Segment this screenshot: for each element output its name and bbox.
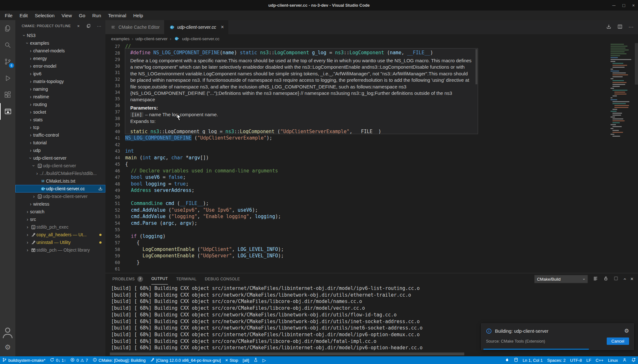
chevron-right-icon[interactable]: › (28, 140, 33, 145)
encoding[interactable]: UTF-8 (568, 356, 584, 364)
editor-more-actions-icon[interactable]: ··· (628, 24, 634, 30)
chevron-right-icon[interactable]: › (28, 110, 33, 115)
tree-item-22[interactable]: ›wireless (15, 200, 105, 208)
extensions-icon[interactable] (0, 87, 15, 103)
close-icon[interactable]: × (632, 3, 635, 8)
chevron-down-icon[interactable]: › (28, 155, 33, 161)
chevron-right-icon[interactable]: › (25, 240, 30, 245)
tree-item-1[interactable]: ›examples (15, 39, 105, 47)
tree-item-4[interactable]: ›error-model (15, 62, 105, 70)
panel-tab-output[interactable]: OUTPUT (151, 273, 168, 284)
flame-status[interactable] (503, 356, 512, 364)
tree-item-28[interactable]: ›stdlib_pch — Object library (15, 246, 105, 254)
tree-item-20[interactable]: ›C++udp-client-server.cc (15, 185, 105, 193)
chevron-right-icon[interactable]: › (28, 125, 33, 130)
tree-item-24[interactable]: ›src (15, 216, 105, 223)
notifications-bell[interactable] (629, 356, 638, 364)
breadcrumb-item-1[interactable]: udp-client-server (135, 36, 168, 41)
accounts-icon[interactable] (0, 326, 15, 340)
lock-scroll-icon[interactable] (603, 276, 608, 282)
tree-item-5[interactable]: ›ipv6 (15, 70, 105, 78)
tab-1[interactable]: C++udp-client-server.cc× (164, 20, 228, 34)
chevron-right-icon[interactable]: › (28, 56, 33, 61)
breadcrumb-item-2[interactable]: udp-client-server.cc (182, 36, 219, 41)
tree-item-25[interactable]: ›0110stdlib_pch_exec (15, 223, 105, 231)
maximize-icon[interactable]: □ (622, 3, 625, 8)
close-panel-icon[interactable]: × (77, 24, 80, 28)
chevron-right-icon[interactable]: › (25, 209, 30, 214)
chevron-right-icon[interactable]: › (28, 133, 33, 138)
menu-go[interactable]: Go (75, 13, 89, 18)
tree-item-14[interactable]: ›tutorial (15, 139, 105, 147)
explorer-icon[interactable] (0, 20, 15, 37)
tree-item-23[interactable]: ›scratch (15, 208, 105, 216)
chevron-down-icon[interactable]: › (22, 33, 27, 38)
chevron-right-icon[interactable]: › (34, 171, 40, 176)
chevron-right-icon[interactable]: › (25, 232, 30, 237)
tree-item-11[interactable]: ›stats (15, 116, 105, 124)
tree-item-17[interactable]: ›0110udp-client-server (15, 162, 105, 170)
split-editor-icon[interactable] (617, 24, 623, 31)
maximize-panel-icon[interactable]: › (621, 278, 627, 280)
panel-tab-problems[interactable]: PROBLEMS7 (112, 273, 143, 284)
build-target[interactable]: [all] (240, 356, 251, 364)
chevron-right-icon[interactable]: › (28, 94, 33, 99)
tree-item-6[interactable]: ›matrix-topology (15, 78, 105, 85)
code-editor[interactable]: 27//2829303132333435363738394041NS_LOG_C… (105, 43, 638, 273)
more-actions-icon[interactable]: ··· (97, 24, 102, 28)
open-changes-icon[interactable] (606, 24, 611, 31)
stop-button[interactable]: ×Stop (223, 356, 240, 364)
eol[interactable]: LF (584, 356, 593, 364)
tree-item-16[interactable]: ›udp-client-server (15, 154, 105, 162)
cmake-view-icon[interactable] (0, 103, 15, 120)
indentation[interactable]: Spaces: 2 (545, 356, 568, 364)
chevron-right-icon[interactable]: › (28, 71, 33, 76)
cursor-position[interactable]: Ln 1, Col 1 (520, 356, 545, 364)
tab-close-icon[interactable]: × (221, 24, 224, 30)
panel-scrollbar[interactable] (110, 353, 464, 355)
cancel-button[interactable]: Cancel (607, 337, 629, 345)
tree-item-9[interactable]: ›routing (15, 101, 105, 108)
chevron-right-icon[interactable]: › (31, 194, 36, 199)
run-debug-icon[interactable] (0, 70, 15, 87)
minimize-icon[interactable]: ─ (612, 3, 615, 8)
clear-output-icon[interactable] (593, 276, 598, 282)
chevron-right-icon[interactable]: › (25, 217, 30, 222)
tree-item-18[interactable]: ›../../build/CMakeFiles/stdlib... (15, 170, 105, 177)
search-icon[interactable] (0, 37, 15, 53)
launch-button[interactable]: ▷ (260, 356, 268, 364)
tree-item-0[interactable]: ›NS3 (15, 32, 105, 39)
breadcrumb-item-0[interactable]: examples (111, 36, 130, 41)
remote-os[interactable]: Linux (606, 356, 620, 364)
chevron-right-icon[interactable]: › (28, 148, 33, 153)
copy-outline-icon[interactable] (86, 24, 91, 28)
chevron-right-icon[interactable]: › (28, 201, 33, 207)
menu-help[interactable]: Help (130, 13, 147, 18)
sync-status[interactable]: 0↓ 1↑ (48, 356, 68, 364)
tree-item-19[interactable]: ›MCMakeLists.txt (15, 177, 105, 185)
menu-selection[interactable]: Selection (31, 13, 58, 18)
hover-scrollbar[interactable] (475, 49, 477, 84)
tree-item-7[interactable]: ›naming (15, 85, 105, 93)
language-mode[interactable]: C++ (593, 356, 606, 364)
chevron-right-icon[interactable]: › (25, 224, 30, 230)
chevron-right-icon[interactable]: › (28, 102, 33, 107)
editor-scrollbar[interactable] (635, 43, 638, 273)
kit-status[interactable]: [Clang 12.0.0 x86_64-pc-linux-gnu] (148, 356, 223, 364)
chevron-down-icon[interactable]: › (25, 41, 30, 46)
chevron-right-icon[interactable]: › (28, 87, 33, 92)
close-panel-x-icon[interactable]: × (630, 276, 634, 282)
panel-tab-debug-console[interactable]: DEBUG CONSOLE (205, 273, 240, 284)
feedback[interactable] (620, 356, 629, 364)
minimap[interactable] (611, 44, 635, 138)
notification-gear-icon[interactable]: ⚙ (624, 328, 629, 334)
source-control-icon[interactable]: 6 (0, 53, 15, 70)
output-channel-dropdown[interactable]: CMake/Build › (534, 275, 588, 283)
chevron-right-icon[interactable]: › (28, 117, 33, 122)
menu-run[interactable]: Run (89, 13, 105, 18)
cmake-build-status[interactable]: CMake: [Debug]: Building (90, 356, 148, 364)
tree-item-10[interactable]: ›socket (15, 108, 105, 116)
tree-item-26[interactable]: ›copy_all_headers — Ut... (15, 231, 105, 239)
test-status[interactable] (251, 356, 260, 364)
tree-item-12[interactable]: ›tcp (15, 124, 105, 131)
